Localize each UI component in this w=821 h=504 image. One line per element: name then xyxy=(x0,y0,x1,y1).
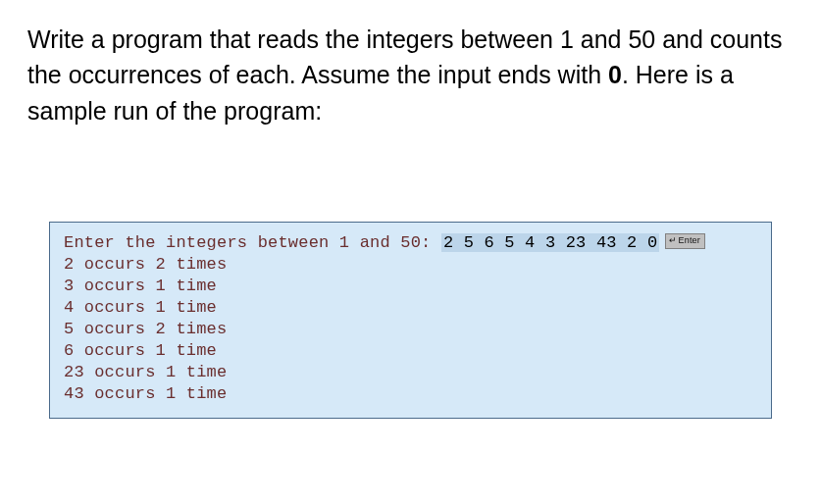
user-input: 2 5 6 5 4 3 23 43 2 0 xyxy=(441,233,659,252)
sample-input-line: Enter the integers between 1 and 50: 2 5… xyxy=(64,232,757,254)
enter-key-badge: Enter xyxy=(665,233,705,249)
output-line: 6 occurs 1 time xyxy=(64,340,757,362)
problem-statement: Write a program that reads the integers … xyxy=(27,22,794,128)
sample-run-box: Enter the integers between 1 and 50: 2 5… xyxy=(49,222,772,419)
output-line: 3 occurs 1 time xyxy=(64,276,757,297)
output-line: 2 occurs 2 times xyxy=(64,254,757,276)
output-line: 23 occurs 1 time xyxy=(64,362,757,383)
output-line: 5 occurs 2 times xyxy=(64,319,757,340)
problem-text-bold: 0 xyxy=(608,61,622,88)
output-line: 4 occurs 1 time xyxy=(64,297,757,319)
prompt-label: Enter the integers between 1 and 50: xyxy=(64,233,441,252)
output-line: 43 occurs 1 time xyxy=(64,383,757,405)
